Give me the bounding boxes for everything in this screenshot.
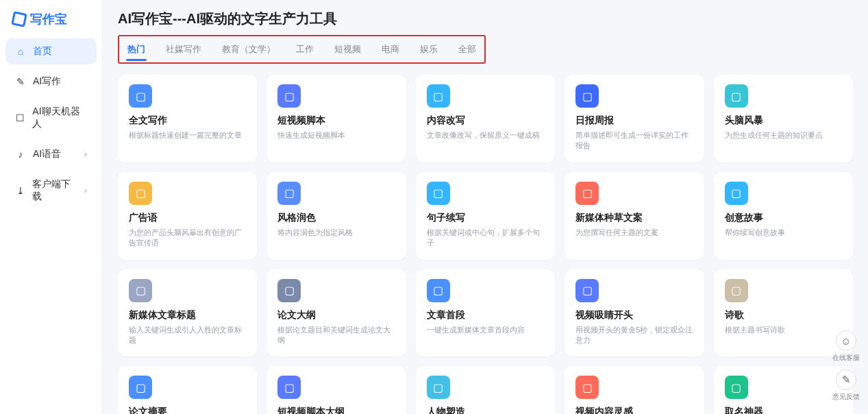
card-desc: 为您生成任何主题的知识要点 [725, 130, 842, 141]
sidebar-item-label: AI写作 [33, 75, 61, 88]
card-title: 日报周报 [575, 114, 693, 127]
tool-card-7[interactable]: ▢句子续写根据关键词或中心句，扩展多个句子 [416, 172, 555, 260]
sidebar-item-label: 首页 [33, 45, 52, 58]
hook-icon: ▢ [575, 279, 599, 302]
tool-card-13[interactable]: ▢视频吸睛开头用视频开头的黄金5秒，锁定观众注意力 [565, 269, 704, 357]
card-title: 新媒体文章标题 [129, 309, 246, 321]
brand-name: 写作宝 [30, 11, 67, 27]
tool-card-10[interactable]: ▢新媒体文章标题输入关键词生成引人入胜的文章标题 [118, 269, 257, 357]
card-desc: 用视频开头的黄金5秒，锁定观众注意力 [575, 325, 693, 346]
card-title: 文章首段 [427, 309, 544, 321]
sidebar-item-1[interactable]: ✎AI写作 [5, 69, 97, 95]
tab-7[interactable]: 全部 [457, 39, 478, 62]
play-icon: ▢ [277, 84, 301, 108]
sidebar-item-label: 客户端下载 [32, 178, 77, 203]
tool-card-11[interactable]: ▢论文大纲根据论文题目和关键词生成论文大纲 [266, 269, 406, 357]
inspire-icon: ▢ [575, 376, 599, 399]
card-grid: ▢全文写作根据标题快速创建一篇完整的文章▢短视频脚本快速生成短视频脚本▢内容改写… [118, 75, 853, 414]
card-title: 视频吸睛开头 [575, 309, 693, 321]
document-icon: ▢ [129, 84, 152, 108]
card-desc: 根据标题快速创建一篇完整的文章 [129, 130, 246, 141]
card-desc: 根据论文题目和关键词生成论文大纲 [277, 325, 395, 346]
tool-card-2[interactable]: ▢内容改写文章改像改写，保留原义一键成稿 [416, 75, 555, 162]
chevron-right-icon: › [84, 186, 87, 195]
card-desc: 根据主题书写诗歌 [725, 325, 842, 335]
firstpara-icon: ▢ [427, 279, 450, 302]
download-icon: ⤓ [15, 185, 25, 196]
tool-card-16[interactable]: ▢短视频脚本大纲生成VLOG、口播稿等短视频的拍摄大纲 [266, 366, 406, 414]
tool-card-8[interactable]: ▢新媒体种草文案为您撰写任何主题的文案 [565, 172, 704, 260]
tab-1[interactable]: 社媒写作 [164, 39, 203, 62]
card-title: 取名神器 [725, 406, 842, 414]
poem-icon: ▢ [725, 279, 748, 302]
card-title: 句子续写 [427, 212, 544, 224]
tool-card-6[interactable]: ▢风格润色将内容润色为指定风格 [266, 172, 406, 260]
customer-service-button[interactable]: ☺ 在线客服 [832, 330, 860, 363]
seed-icon: ▢ [575, 182, 599, 205]
category-tabs: 热门社媒写作教育（文学）工作短视频电商娱乐全部 [118, 35, 486, 64]
card-title: 短视频脚本 [277, 114, 395, 127]
sidebar-item-2[interactable]: ☐AI聊天机器人 [5, 99, 97, 137]
tab-2[interactable]: 教育（文学） [221, 39, 277, 62]
voice-icon: ♪ [15, 149, 26, 160]
tab-5[interactable]: 电商 [380, 39, 401, 62]
video-outline-icon: ▢ [277, 376, 301, 399]
main-content: AI写作宝---AI驱动的文字生产力工具 热门社媒写作教育（文学）工作短视频电商… [103, 0, 868, 414]
sidebar-nav: ⌂首页✎AI写作☐AI聊天机器人♪AI语音›⤓客户端下载› [5, 38, 97, 210]
card-desc: 快速生成短视频脚本 [277, 130, 395, 141]
tool-card-12[interactable]: ▢文章首段一键生成新媒体文章首段内容 [416, 269, 555, 357]
card-desc: 简单描述即可生成一份详实的工作报告 [575, 130, 693, 151]
card-title: 诗歌 [725, 309, 842, 321]
name-icon: ▢ [725, 376, 748, 399]
sidebar-item-0[interactable]: ⌂首页 [5, 38, 97, 64]
tool-card-4[interactable]: ▢头脑风暴为您生成任何主题的知识要点 [714, 75, 853, 162]
card-desc: 根据关键词或中心句，扩展多个句子 [427, 228, 544, 249]
chat-icon: ☐ [15, 112, 25, 123]
tool-card-3[interactable]: ▢日报周报简单描述即可生成一份详实的工作报告 [565, 75, 704, 162]
tab-3[interactable]: 工作 [295, 39, 315, 62]
abstract-icon: ▢ [129, 376, 152, 399]
rewrite-icon: ▢ [427, 84, 450, 108]
outline-icon: ▢ [277, 279, 301, 302]
tab-0[interactable]: 热门 [126, 39, 147, 62]
card-title: 广告语 [129, 212, 246, 224]
logo-mark-icon [11, 11, 27, 27]
sidebar-item-4[interactable]: ⤓客户端下载› [5, 171, 97, 210]
story-icon: ▢ [725, 182, 748, 205]
tool-card-5[interactable]: ▢广告语为您的产品头脑风暴出有创意的广告宣传语 [118, 172, 257, 260]
brand-logo: 写作宝 [5, 5, 97, 38]
tab-4[interactable]: 短视频 [333, 39, 362, 62]
report-icon: ▢ [575, 84, 599, 108]
sidebar-item-3[interactable]: ♪AI语音› [5, 141, 97, 167]
tool-card-0[interactable]: ▢全文写作根据标题快速创建一篇完整的文章 [118, 75, 257, 162]
card-title: 创意故事 [725, 212, 842, 224]
tool-card-15[interactable]: ▢论文摘要根据论文题目和关键词生成论文摘要 [118, 366, 257, 414]
card-title: 论文大纲 [277, 309, 395, 321]
style-icon: ▢ [277, 182, 301, 205]
sidebar-item-label: AI语音 [33, 148, 61, 160]
tab-6[interactable]: 娱乐 [419, 39, 439, 62]
title-icon: ▢ [129, 279, 152, 302]
chevron-right-icon: › [84, 149, 87, 159]
feedback-label: 意见反馈 [832, 392, 860, 402]
card-desc: 为您的产品头脑风暴出有创意的广告宣传语 [129, 228, 246, 249]
card-title: 短视频脚本大纲 [277, 406, 395, 414]
card-desc: 将内容润色为指定风格 [277, 228, 395, 238]
card-title: 视频内容灵感 [575, 406, 693, 414]
card-desc: 文章改像改写，保留原义一键成稿 [427, 130, 544, 141]
tool-card-1[interactable]: ▢短视频脚本快速生成短视频脚本 [266, 75, 406, 162]
feedback-icon: ✎ [836, 369, 856, 390]
feedback-button[interactable]: ✎ 意见反馈 [832, 369, 860, 402]
tool-card-17[interactable]: ▢人物塑造为作故事中的角色塑造一个丰满的人物形象 [416, 366, 555, 414]
sidebar-item-label: AI聊天机器人 [32, 106, 87, 130]
card-title: 全文写作 [129, 114, 246, 127]
continue-icon: ▢ [427, 182, 450, 205]
card-title: 新媒体种草文案 [575, 212, 693, 224]
card-title: 头脑风暴 [725, 114, 842, 127]
sidebar: 写作宝 ⌂首页✎AI写作☐AI聊天机器人♪AI语音›⤓客户端下载› [0, 0, 103, 414]
tool-card-18[interactable]: ▢视频内容灵感哪些点拍视频？让AI写作宝来提供灵感 [565, 366, 704, 414]
card-desc: 输入关键词生成引人入胜的文章标题 [129, 325, 246, 346]
card-title: 人物塑造 [427, 406, 544, 414]
card-title: 风格润色 [277, 212, 395, 224]
tool-card-9[interactable]: ▢创意故事帮你续写创意故事 [714, 172, 853, 260]
